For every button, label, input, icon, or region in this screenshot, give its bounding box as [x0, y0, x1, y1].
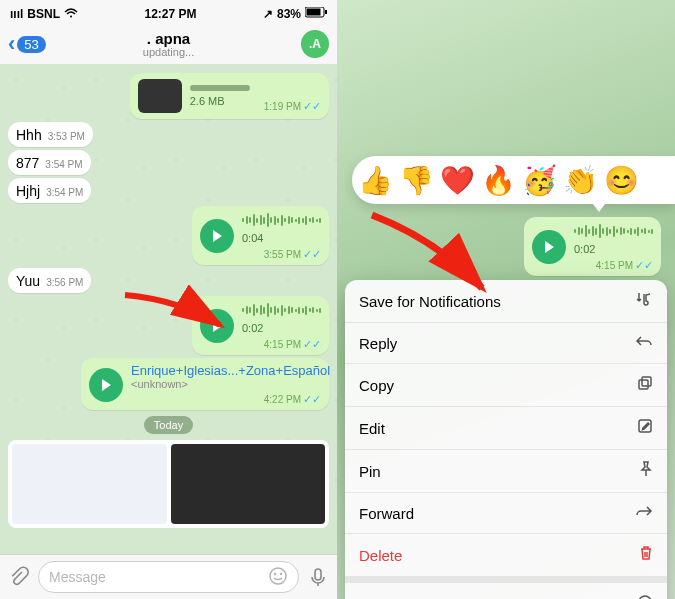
svg-rect-8	[639, 380, 648, 389]
speech-tail	[593, 204, 605, 212]
menu-label: Copy	[359, 377, 394, 394]
menu-label: Delete	[359, 547, 402, 564]
msg-text: Hjhj	[16, 183, 40, 199]
msg-time: 4:22 PM	[264, 394, 301, 405]
battery-pct: 83%	[277, 7, 301, 21]
reaction-bar[interactable]: 👍👎❤️🔥🥳👏😊	[352, 156, 675, 204]
reaction-🔥[interactable]: 🔥	[481, 164, 516, 197]
message-input[interactable]: Message	[38, 561, 299, 593]
file-size: 2.6 MB	[190, 95, 250, 107]
svg-rect-7	[315, 569, 321, 580]
menu-save-for-notifications[interactable]: Save for Notifications	[345, 280, 667, 323]
menu-label: Edit	[359, 420, 385, 437]
menu-icon	[637, 594, 653, 599]
waveform-icon	[242, 211, 321, 229]
menu-select[interactable]: Select	[345, 577, 667, 599]
file-thumb	[138, 79, 182, 113]
settings-preview-dark	[171, 444, 326, 524]
placeholder-text: Message	[49, 569, 106, 585]
svg-point-4	[270, 568, 286, 584]
location-icon: ↗	[263, 7, 273, 21]
play-button[interactable]	[89, 368, 123, 402]
wifi-icon	[64, 7, 78, 21]
msg-time: 3:53 PM	[48, 131, 85, 142]
menu-icon	[639, 545, 653, 565]
reaction-❤️[interactable]: ❤️	[440, 164, 475, 197]
play-button[interactable]	[200, 309, 234, 343]
svg-point-0	[70, 16, 72, 18]
msg-time: 4:15 PM	[596, 260, 633, 271]
svg-point-5	[275, 573, 276, 574]
back-button[interactable]: ‹ 53	[8, 31, 46, 57]
play-button[interactable]	[200, 219, 234, 253]
voice-duration: 0:02	[574, 243, 595, 255]
menu-pin[interactable]: Pin	[345, 450, 667, 493]
msg-time: 3:55 PM	[264, 249, 301, 260]
menu-label: Forward	[359, 505, 414, 522]
attach-button[interactable]	[8, 566, 30, 588]
svg-point-6	[281, 573, 282, 574]
chat-screen: ıııl BSNL 12:27 PM ↗ 83% ‹ 53 . apn	[0, 0, 337, 599]
menu-forward[interactable]: Forward	[345, 493, 667, 534]
reaction-👏[interactable]: 👏	[563, 164, 598, 197]
sticker-icon[interactable]	[268, 566, 288, 589]
msg-time: 3:54 PM	[45, 159, 82, 170]
message-in[interactable]: Hhh3:53 PM	[8, 122, 329, 147]
menu-delete[interactable]: Delete	[345, 534, 667, 577]
context-menu: Save for NotificationsReplyCopyEditPinFo…	[345, 280, 667, 599]
menu-label: Pin	[359, 463, 381, 480]
message-file[interactable]: 2.6 MB 1:19 PM✓✓	[8, 73, 329, 119]
avatar[interactable]: .A	[301, 30, 329, 58]
msg-time: 4:15 PM	[264, 339, 301, 350]
status-bar: ıııl BSNL 12:27 PM ↗ 83%	[0, 0, 337, 24]
chat-title[interactable]: . apna	[0, 31, 337, 46]
battery-icon	[305, 7, 327, 21]
read-ticks-icon: ✓✓	[303, 248, 321, 260]
message-in[interactable]: 8773:54 PM	[8, 150, 329, 175]
read-ticks-icon: ✓✓	[303, 338, 321, 350]
menu-reply[interactable]: Reply	[345, 323, 667, 364]
selected-voice-message[interactable]: 0:02 4:15 PM✓✓	[524, 217, 661, 276]
mic-button[interactable]	[307, 566, 329, 588]
chevron-left-icon: ‹	[8, 31, 15, 57]
voice-duration: 0:04	[242, 232, 263, 244]
svg-rect-9	[642, 377, 651, 386]
waveform-icon	[242, 301, 321, 319]
input-bar: Message	[0, 554, 337, 599]
chat-scroll[interactable]: 2.6 MB 1:19 PM✓✓ Hhh3:53 PM 8773:54 PM H…	[0, 64, 337, 555]
svg-rect-2	[306, 9, 320, 16]
menu-label: Select	[359, 596, 401, 600]
msg-text: Hhh	[16, 127, 42, 143]
msg-text: 877	[16, 155, 39, 171]
reaction-👍[interactable]: 👍	[358, 164, 393, 197]
message-audio-file[interactable]: Enrique+Iglesias...+Zona+Español <unknow…	[8, 358, 329, 410]
menu-icon	[635, 504, 653, 522]
message-in[interactable]: Yuu3:56 PM	[8, 268, 329, 293]
voice-duration: 0:02	[242, 322, 263, 334]
message-in[interactable]: Hjhj3:54 PM	[8, 178, 329, 203]
menu-copy[interactable]: Copy	[345, 364, 667, 407]
context-menu-screen: 👍👎❤️🔥🥳👏😊 0:02 4:15 PM✓✓ Save for Notific…	[337, 0, 675, 599]
msg-time: 3:56 PM	[46, 277, 83, 288]
reaction-😊[interactable]: 😊	[604, 164, 639, 197]
carrier-label: BSNL	[27, 7, 60, 21]
menu-label: Save for Notifications	[359, 293, 501, 310]
message-voice-highlight[interactable]: 0:02 4:15 PM✓✓	[8, 296, 329, 355]
play-button[interactable]	[532, 230, 566, 264]
chat-subtitle: updating...	[0, 46, 337, 58]
reaction-👎[interactable]: 👎	[399, 164, 434, 197]
reaction-🥳[interactable]: 🥳	[522, 164, 557, 197]
signal-icon: ıııl	[10, 7, 23, 21]
unread-badge: 53	[17, 36, 45, 53]
message-voice[interactable]: 0:04 3:55 PM✓✓	[8, 206, 329, 265]
read-ticks-icon: ✓✓	[303, 393, 321, 405]
msg-time: 1:19 PM	[264, 101, 301, 112]
menu-icon	[637, 418, 653, 438]
read-ticks-icon: ✓✓	[635, 259, 653, 271]
menu-icon	[635, 291, 653, 311]
msg-time: 3:54 PM	[46, 187, 83, 198]
msg-text: Yuu	[16, 273, 40, 289]
menu-edit[interactable]: Edit	[345, 407, 667, 450]
menu-label: Reply	[359, 335, 397, 352]
message-preview[interactable]	[8, 440, 329, 528]
